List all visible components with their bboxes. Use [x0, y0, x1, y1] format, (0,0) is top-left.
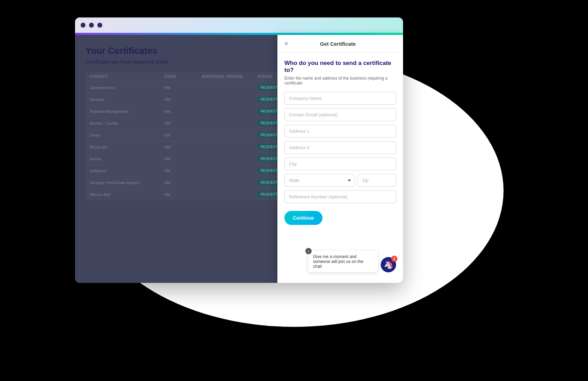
chat-avatar-icon: 🦄 [384, 260, 393, 269]
city-input[interactable] [284, 157, 396, 170]
modal-panel: × Get Certificate Who do you need to sen… [277, 35, 403, 283]
chat-avatar[interactable]: 🦄 2 [381, 257, 396, 272]
chat-bubble: × Give me a moment and someone will join… [308, 251, 378, 272]
modal-close-button[interactable]: × [284, 41, 288, 47]
city-group [284, 157, 396, 170]
form-heading: Who do you need to send a certificate to… [284, 60, 396, 74]
traffic-light-2[interactable] [89, 23, 94, 28]
continue-button[interactable]: Continue [284, 211, 322, 225]
browser-chrome [75, 17, 403, 33]
zip-input[interactable] [358, 174, 396, 187]
contact-email-input[interactable] [284, 108, 396, 121]
traffic-light-1[interactable] [81, 23, 85, 28]
modal-body: Who do you need to send a certificate to… [277, 53, 403, 283]
address1-group [284, 125, 396, 138]
contact-email-group [284, 108, 396, 121]
modal-title: Get Certificate [288, 41, 388, 47]
page-content: Your Certificates Certificates you have … [75, 35, 403, 283]
reference-input[interactable] [284, 190, 396, 203]
chat-close-button[interactable]: × [305, 248, 312, 254]
browser-window: Your Certificates Certificates you have … [75, 17, 403, 283]
state-zip-row: State ALAKAZAR CACOCTDE FLGAHIID ILINIAK… [284, 174, 396, 187]
modal-overlay: × Get Certificate Who do you need to sen… [75, 35, 403, 283]
form-subheading: Enter the name and address of the busine… [284, 76, 396, 86]
state-select[interactable]: State ALAKAZAR CACOCTDE FLGAHIID ILINIAK… [284, 174, 355, 187]
traffic-light-3[interactable] [97, 23, 102, 28]
chat-message: Give me a moment and someone will join u… [313, 254, 363, 269]
chat-badge: 2 [391, 256, 397, 262]
address1-input[interactable] [284, 125, 396, 138]
reference-group [284, 190, 396, 203]
address2-input[interactable] [284, 141, 396, 154]
address2-group [284, 141, 396, 154]
company-name-input[interactable] [284, 92, 396, 105]
modal-header: × Get Certificate [277, 35, 403, 53]
company-name-group [284, 92, 396, 105]
chat-widget: × Give me a moment and someone will join… [308, 251, 396, 272]
